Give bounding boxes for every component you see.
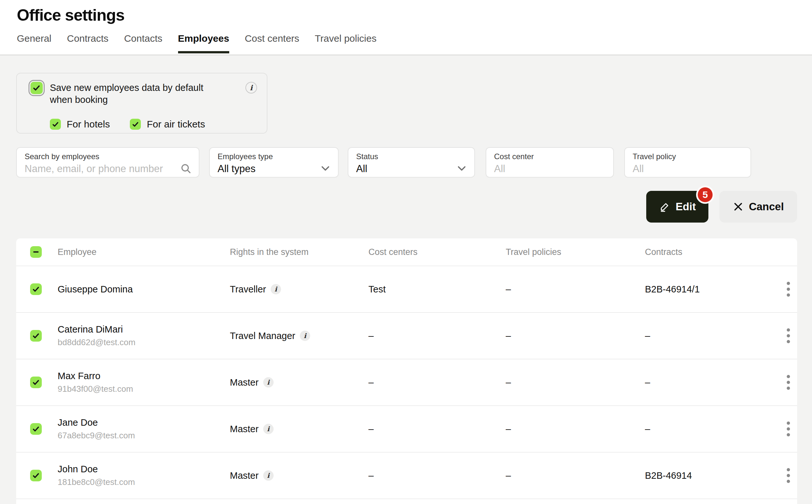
info-icon[interactable]: i xyxy=(263,470,274,481)
page-header: Office settings General Contracts Contac… xyxy=(0,0,812,56)
tab-general[interactable]: General xyxy=(17,33,51,53)
checkmark-icon xyxy=(32,83,41,92)
table-row: Giuseppe Domina Traveller i Test – B2B-4… xyxy=(16,266,797,313)
employees-type-value: All types xyxy=(218,163,331,175)
checkmark-icon xyxy=(32,285,40,293)
checkmark-icon xyxy=(131,120,139,128)
close-icon xyxy=(733,201,744,212)
row-checkbox[interactable] xyxy=(30,470,42,481)
search-input[interactable] xyxy=(25,163,173,175)
table-row: John Doe 181be8c0@test.com Master i – – … xyxy=(16,453,797,499)
contracts-value: – xyxy=(645,377,779,388)
chevron-down-icon xyxy=(456,163,467,174)
select-all-checkbox[interactable] xyxy=(30,246,42,258)
travel-policies-value: – xyxy=(506,377,645,388)
save-defaults-checkbox[interactable] xyxy=(30,82,43,94)
cost-center-label: Cost center xyxy=(494,152,606,161)
contracts-value: B2B-46914 xyxy=(645,470,779,481)
info-icon[interactable]: i xyxy=(263,377,274,388)
option-for-air-tickets: For air tickets xyxy=(130,119,205,130)
save-defaults-card: Save new employees data by default when … xyxy=(16,73,268,134)
edit-count-badge: 5 xyxy=(696,186,714,204)
search-filter-label: Search by employees xyxy=(25,152,192,161)
employees-table: Employee Rights in the system Cost cente… xyxy=(16,238,797,504)
tab-cost-centers[interactable]: Cost centers xyxy=(245,33,299,53)
row-menu-icon[interactable] xyxy=(779,326,797,345)
edit-button[interactable]: Edit 5 xyxy=(646,191,708,223)
edit-button-label: Edit xyxy=(676,201,696,213)
for-air-tickets-checkbox[interactable] xyxy=(130,119,141,130)
contracts-value: – xyxy=(645,331,779,341)
travel-policy-value: All xyxy=(633,163,743,175)
row-checkbox[interactable] xyxy=(30,330,42,342)
employee-name: Max Farro xyxy=(58,371,230,381)
rights-value: Master xyxy=(230,424,259,434)
cancel-button[interactable]: Cancel xyxy=(719,191,797,223)
tab-bar: General Contracts Contacts Employees Cos… xyxy=(17,33,812,53)
employee-name: John Doe xyxy=(58,464,230,475)
employees-type-label: Employees type xyxy=(218,152,331,161)
status-filter[interactable]: Status All xyxy=(348,147,475,178)
option-for-hotels: For hotels xyxy=(50,119,110,130)
tab-contacts[interactable]: Contacts xyxy=(124,33,162,53)
contracts-value: – xyxy=(645,424,779,434)
cost-centers-value: – xyxy=(368,377,506,388)
cancel-button-label: Cancel xyxy=(749,201,784,213)
checkmark-icon xyxy=(32,425,40,433)
chevron-down-icon xyxy=(320,163,331,174)
employee-name: Jane Doe xyxy=(58,417,230,428)
table-row: Max Farro 91b43f00@test.com Master i – –… xyxy=(16,359,797,406)
info-icon[interactable]: i xyxy=(300,331,310,341)
employees-type-filter[interactable]: Employees type All types xyxy=(209,147,339,178)
search-icon xyxy=(180,163,192,174)
travel-policies-value: – xyxy=(506,331,645,341)
cost-centers-value: – xyxy=(368,470,506,481)
employee-email: 67a8ebc9@test.com xyxy=(58,431,230,441)
row-menu-icon[interactable] xyxy=(779,373,797,392)
status-label: Status xyxy=(356,152,467,161)
employee-email: 181be8c0@test.com xyxy=(58,477,230,487)
checkmark-icon xyxy=(51,120,59,128)
tab-travel-policies[interactable]: Travel policies xyxy=(315,33,377,53)
checkmark-icon xyxy=(32,332,40,340)
table-row: Caterina DiMari bd8dd62d@test.com Travel… xyxy=(16,313,797,359)
tab-contracts[interactable]: Contracts xyxy=(67,33,108,53)
save-defaults-label: Save new employees data by default when … xyxy=(50,82,225,106)
travel-policy-filter[interactable]: Travel policy All xyxy=(624,147,751,178)
info-icon[interactable]: i xyxy=(263,424,274,434)
info-icon[interactable]: i xyxy=(271,284,281,294)
row-checkbox[interactable] xyxy=(30,283,42,295)
cost-centers-value: – xyxy=(368,331,506,341)
employee-name: Giuseppe Domina xyxy=(58,284,230,295)
cost-center-filter[interactable]: Cost center All xyxy=(486,147,614,178)
action-bar: Edit 5 Cancel xyxy=(646,191,797,223)
rights-value: Master xyxy=(230,377,259,388)
indeterminate-minus-icon xyxy=(32,248,40,256)
header-travel-policies: Travel policies xyxy=(506,247,645,257)
for-hotels-label: For hotels xyxy=(67,119,110,130)
table-header-row: Employee Rights in the system Cost cente… xyxy=(16,238,797,266)
header-cost-centers: Cost centers xyxy=(368,247,506,257)
row-menu-icon[interactable] xyxy=(779,466,797,485)
header-employee: Employee xyxy=(58,247,230,257)
rights-value: Master xyxy=(230,470,259,481)
pencil-icon xyxy=(659,201,671,213)
row-menu-icon[interactable] xyxy=(779,280,797,299)
cost-centers-value: – xyxy=(368,424,506,434)
table-row: Jane Doe 67a8ebc9@test.com Master i – – … xyxy=(16,406,797,453)
checkmark-icon xyxy=(32,471,40,480)
for-air-tickets-label: For air tickets xyxy=(147,119,205,130)
contracts-value: B2B-46914/1 xyxy=(645,284,779,295)
for-hotels-checkbox[interactable] xyxy=(50,119,61,130)
header-rights: Rights in the system xyxy=(230,247,368,257)
row-checkbox[interactable] xyxy=(30,377,42,388)
travel-policies-value: – xyxy=(506,424,645,434)
travel-policies-value: – xyxy=(506,284,645,295)
employee-email: 91b43f00@test.com xyxy=(58,384,230,394)
page-title: Office settings xyxy=(17,6,812,25)
info-icon[interactable]: i xyxy=(246,82,257,93)
header-contracts: Contracts xyxy=(645,247,779,257)
row-checkbox[interactable] xyxy=(30,423,42,435)
tab-employees[interactable]: Employees xyxy=(178,33,229,53)
row-menu-icon[interactable] xyxy=(779,420,797,438)
